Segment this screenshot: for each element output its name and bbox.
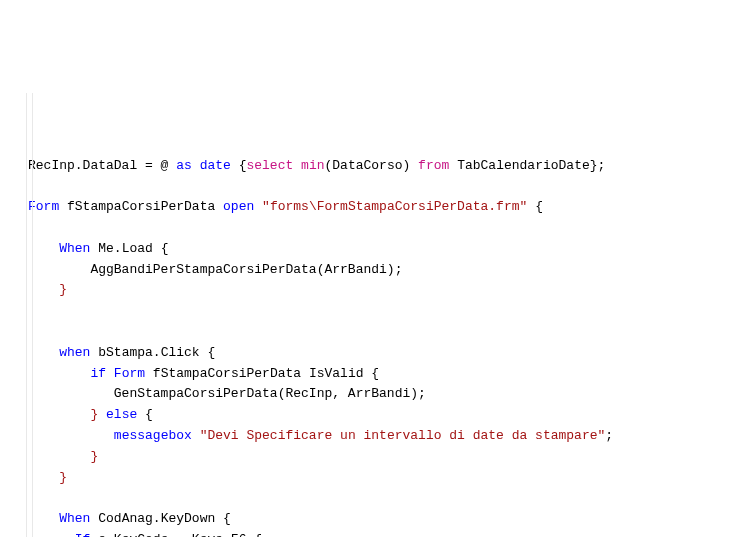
code-line: When Me.Load { [28,241,168,256]
code-line: } [28,449,98,464]
fold-guide-1 [26,93,27,537]
code-line: Form fStampaCorsiPerData open "forms\For… [28,199,543,214]
code-line: If e.KeyCode = Keys.F6 { [28,532,262,537]
code-line: when bStampa.Click { [28,345,215,360]
code-line: } [28,282,67,297]
code-line: } else { [28,407,153,422]
code-line: if Form fStampaCorsiPerData IsValid { [28,366,379,381]
fold-guide-2 [32,93,33,537]
code-editor: RecInp.DataDal = @ as date {select min(D… [20,93,711,537]
code-line: messagebox "Devi Specificare un interval… [28,428,613,443]
code-line: AggBandiPerStampaCorsiPerData(ArrBandi); [28,262,402,277]
code-line: When CodAnag.KeyDown { [28,511,231,526]
code-content: RecInp.DataDal = @ as date {select min(D… [28,156,711,537]
code-line: RecInp.DataDal = @ as date {select min(D… [28,158,605,173]
code-line: } [28,470,67,485]
code-line: GenStampaCorsiPerData(RecInp, ArrBandi); [28,386,426,401]
